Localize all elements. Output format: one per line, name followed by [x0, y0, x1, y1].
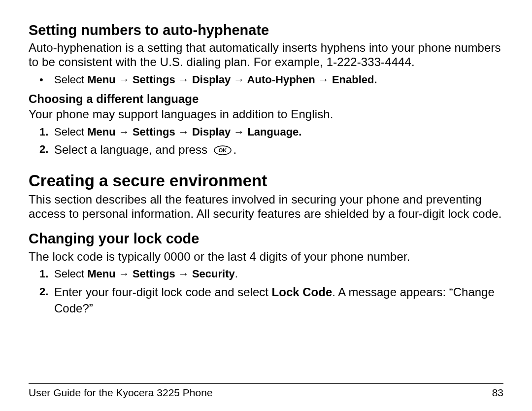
heading-lock-code: Changing your lock code: [29, 230, 503, 247]
document-page: Setting numbers to auto-hyphenate Auto-h…: [0, 0, 532, 411]
footer-title: User Guide for the Kyocera 3225 Phone: [29, 387, 213, 399]
heading-auto-hyphenate: Setting numbers to auto-hyphenate: [29, 21, 503, 39]
step-lead: Select: [54, 268, 87, 280]
page-footer: User Guide for the Kyocera 3225 Phone 83: [29, 383, 503, 399]
footer-page-number: 83: [492, 387, 503, 399]
step-lock-2: Enter your four-digit lock code and sele…: [54, 284, 503, 316]
step-menu-path: Menu → Settings → Display → Language.: [87, 126, 301, 138]
step-language-2: Select a language, and press OK.: [54, 142, 503, 159]
heading-secure-environment: Creating a secure environment: [29, 171, 503, 191]
step-text-a: Enter your four-digit lock code and sele…: [54, 285, 272, 299]
step-menu-path: Menu → Settings → Security: [87, 268, 235, 280]
step-lead: Select: [54, 126, 87, 138]
step-language-1: Select Menu → Settings → Display → Langu…: [54, 125, 503, 139]
step-tail: .: [235, 268, 238, 280]
para-secure-environment: This section describes all the features …: [29, 193, 503, 221]
ok-key-icon: OK: [214, 143, 232, 159]
bullet-menu-path: Menu → Settings → Display → Auto-Hyphen …: [87, 73, 377, 86]
step-lock-1: Select Menu → Settings → Security.: [54, 267, 503, 281]
bullet-lead: Select: [54, 73, 87, 86]
step-bold-lockcode: Lock Code: [272, 285, 332, 299]
step-lead: Select a language, and press: [54, 143, 211, 156]
steps-choose-language: Select Menu → Settings → Display → Langu…: [29, 125, 503, 160]
para-auto-hyphenate: Auto-hyphenation is a setting that autom…: [29, 41, 503, 69]
para-choose-language: Your phone may support languages in addi…: [29, 107, 503, 122]
bullet-auto-hyphen: Select Menu → Settings → Display → Auto-…: [54, 72, 503, 87]
svg-text:OK: OK: [218, 147, 227, 153]
bullet-list-auto-hyphen: Select Menu → Settings → Display → Auto-…: [29, 72, 503, 87]
step-tail: .: [233, 143, 237, 156]
steps-lock-code: Select Menu → Settings → Security. Enter…: [29, 267, 503, 316]
para-lock-code: The lock code is typically 0000 or the l…: [29, 250, 503, 264]
heading-choose-language: Choosing a different language: [29, 91, 503, 106]
